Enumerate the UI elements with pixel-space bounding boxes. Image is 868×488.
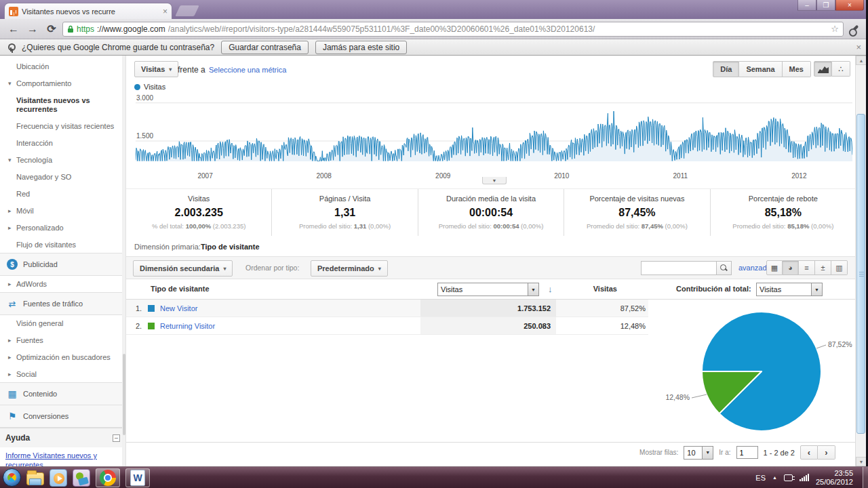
timeframe-d-a[interactable]: Día	[713, 61, 739, 77]
word-taskbar-button[interactable]: W	[125, 468, 150, 487]
column-metric-header[interactable]: Visitas	[549, 285, 617, 293]
back-button[interactable]: ←	[5, 21, 22, 37]
contribution-pie-chart[interactable]: 87,52%12,48%	[651, 304, 854, 439]
table-search-input[interactable]	[641, 261, 717, 275]
sidebar-item-comportamiento[interactable]: ▾Comportamiento	[0, 75, 125, 92]
sidebar-item-fuentes[interactable]: ▸Fuentes	[0, 332, 125, 349]
close-button[interactable]: ×	[835, 0, 864, 11]
tab-close-icon[interactable]: ×	[163, 7, 167, 16]
row-label-link[interactable]: New Visitor	[160, 304, 197, 312]
prev-page-button[interactable]: ‹	[800, 445, 818, 460]
taskbar-clock[interactable]: 23:55 25/06/2012	[816, 469, 853, 487]
search-button[interactable]	[717, 261, 732, 275]
sidebar-item-navegador-y-so[interactable]: Navegador y SO	[0, 169, 125, 186]
chart-collapse-handle[interactable]: ▼	[482, 177, 507, 184]
row-label-link[interactable]: Returning Visitor	[160, 322, 215, 330]
never-save-button[interactable]: Jamás para este sitio	[315, 41, 407, 54]
metric-p-ginas-visita[interactable]: Páginas / Visita1,31Promedio del sitio: …	[271, 189, 417, 236]
chrome-icon	[100, 470, 116, 486]
power-plug-icon[interactable]	[784, 474, 793, 481]
scroll-thumb[interactable]	[856, 114, 865, 434]
scroll-up-button[interactable]: ▲	[856, 56, 867, 65]
minimize-button[interactable]: –	[797, 0, 816, 11]
sidebar-item-interacci-n[interactable]: Interacción	[0, 135, 125, 152]
restore-button[interactable]: ❐	[816, 0, 835, 11]
sidebar-item-frecuencia-y-visitas-recientes[interactable]: Frecuencia y visitas recientes	[0, 118, 125, 135]
forward-button[interactable]: →	[24, 21, 41, 37]
sidebar-item-flujo-de-visitantes[interactable]: Flujo de visitantes	[0, 237, 125, 253]
save-password-button[interactable]: Guardar contraseña	[221, 41, 309, 54]
select-metric-link[interactable]: Seleccione una métrica	[209, 66, 286, 74]
sidebar-item-optimizaci-n-en-buscadores[interactable]: ▸Optimización en buscadores	[0, 349, 125, 366]
timeframe-mes[interactable]: Mes	[783, 61, 811, 77]
sidebar-item-red[interactable]: Red	[0, 186, 125, 203]
sidebar-item-label: Interacción	[16, 139, 53, 147]
help-section[interactable]: Ayuda –	[0, 428, 125, 447]
metric-visitas[interactable]: Visitas2.003.235% del total: 100,00% (2.…	[126, 189, 271, 236]
visits-timeseries-chart[interactable]	[136, 102, 852, 161]
settings-wrench-icon[interactable]	[846, 21, 863, 37]
start-button[interactable]	[3, 468, 21, 487]
sidebar-item-m-vil[interactable]: ▸Móvil	[0, 203, 125, 220]
table-row[interactable]: 2.Returning Visitor250.08312,48%	[126, 317, 648, 335]
table-row[interactable]: 1.New Visitor1.753.15287,52%	[126, 300, 648, 317]
rows-per-page-select[interactable]: 10 ▼	[684, 446, 713, 460]
metric-porcentaje-de-rebote[interactable]: Porcentaje de rebote85,18%Promedio del s…	[710, 189, 856, 236]
metric-porcentaje-de-visitas-nuevas[interactable]: Porcentaje de visitas nuevas87,45%Promed…	[564, 189, 709, 236]
sidebar-item-label: Visión general	[16, 319, 64, 327]
new-tab-button[interactable]	[175, 5, 199, 16]
url-bar[interactable]: https://www.google.com/analytics/web/#re…	[62, 22, 844, 37]
sidebar-section-contenido[interactable]: ▦Contenido	[0, 382, 125, 405]
primary-dimension-tab[interactable]: Tipo de visitante	[201, 243, 260, 251]
hidden-icons-arrow[interactable]: ▲	[772, 475, 777, 480]
chevron-right-icon: ▸	[8, 353, 12, 362]
sidebar-section-label: Fuentes de tráfico	[23, 300, 83, 308]
collapse-box-icon[interactable]: –	[113, 434, 120, 442]
windows-live-icon[interactable]	[73, 469, 90, 487]
chrome-taskbar-button[interactable]	[96, 468, 120, 487]
media-player-icon[interactable]	[50, 469, 67, 487]
page-scrollbar[interactable]: ▲ ▼	[855, 56, 866, 466]
secondary-dimension-button[interactable]: Dimensión secundaria ▾	[133, 260, 233, 277]
metric-select-button[interactable]: Visitas ▾	[134, 61, 178, 77]
language-indicator[interactable]: ES	[755, 474, 766, 482]
table-view-button[interactable]: ▦	[766, 260, 783, 275]
percentage-view-button[interactable]: ◕	[783, 260, 799, 275]
sidebar-item-social[interactable]: ▸Social	[0, 366, 125, 383]
bookmark-star-icon[interactable]: ☆	[831, 24, 839, 34]
sidebar-item-tecnolog-a[interactable]: ▾Tecnología	[0, 152, 125, 169]
sidebar-item-visitantes-nuevos-vs-recurrentes[interactable]: Visitantes nuevos vs recurrentes	[0, 92, 125, 118]
timeframe-semana[interactable]: Semana	[739, 61, 782, 77]
reload-button[interactable]: ⟳	[43, 21, 60, 37]
table-header: Tipo de visitante Visitas ▼ ↓ Visitas Co…	[126, 279, 856, 300]
show-desktop-button[interactable]	[863, 467, 868, 488]
sidebar-section-publicidad[interactable]: $Publicidad	[0, 253, 125, 276]
next-page-button[interactable]: ›	[818, 445, 835, 460]
sidebar-item-ubicaci-n[interactable]: Ubicación	[0, 58, 125, 75]
comparison-view-button[interactable]: ±	[815, 260, 831, 275]
line-chart-button[interactable]	[814, 61, 832, 77]
goto-page-input[interactable]	[736, 446, 758, 459]
versus-label: frente a	[178, 65, 205, 75]
infobar-close-icon[interactable]: ×	[856, 42, 861, 52]
sidebar-section-conversiones[interactable]: ⚑Conversiones	[0, 405, 125, 428]
motion-chart-button[interactable]: ∴	[832, 61, 850, 77]
sidebar-item-visi-n-general[interactable]: Visión general	[0, 315, 125, 332]
contribution-select[interactable]: Visitas ▼	[756, 283, 823, 296]
browser-tab[interactable]: Visitantes nuevos vs recurre ×	[4, 3, 172, 19]
pivot-view-button[interactable]: ▥	[831, 260, 848, 275]
metric-duraci-n-media-de-la-visita[interactable]: Duración media de la visita00:00:54Prome…	[418, 189, 564, 236]
metric-column-select[interactable]: Visitas ▼	[437, 283, 539, 296]
performance-view-button[interactable]: ≡	[799, 260, 815, 275]
rows-per-page-value: 10	[684, 449, 702, 457]
sidebar-scroll-thumb[interactable]	[123, 354, 125, 435]
sidebar-section-fuentes-de-tr-fico[interactable]: ⇄Fuentes de tráfico	[0, 292, 125, 315]
column-dimension-header[interactable]: Tipo de visitante	[151, 285, 210, 293]
sidebar-item-personalizado[interactable]: ▸Personalizado	[0, 220, 125, 237]
help-report-link[interactable]: Informe Visitantes nuevos y recurrentes	[0, 447, 125, 466]
explorer-icon[interactable]	[26, 472, 44, 485]
scroll-down-button[interactable]: ▼	[856, 457, 867, 466]
sort-type-button[interactable]: Predeterminado ▾	[311, 260, 388, 277]
network-signal-icon[interactable]	[800, 474, 809, 481]
sidebar-item-adwords[interactable]: ▸AdWords	[0, 276, 125, 293]
